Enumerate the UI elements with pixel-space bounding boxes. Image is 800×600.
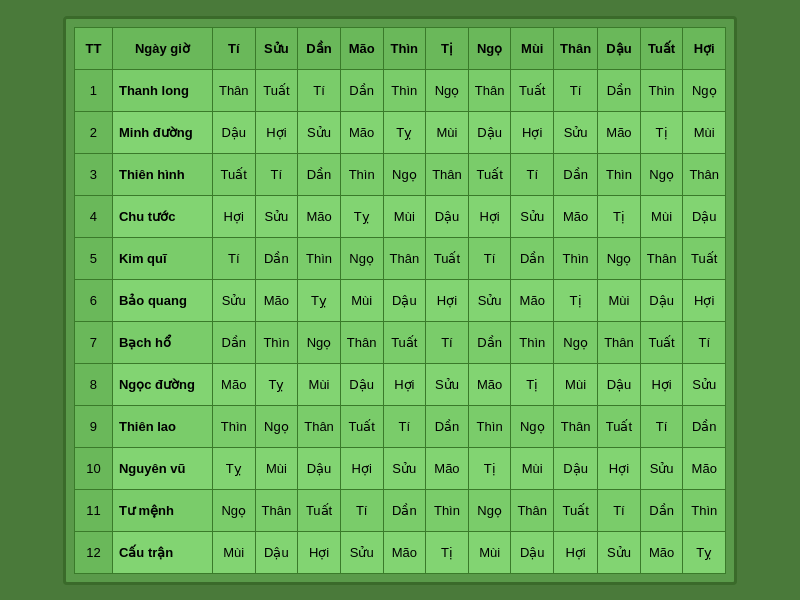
table-cell: Ngọ [554, 321, 598, 363]
table-cell: Thìn [554, 237, 598, 279]
table-cell: Mùi [212, 531, 255, 573]
table-cell: Tí [298, 69, 341, 111]
table-cell: Mùi [383, 195, 426, 237]
column-header: Dậu [598, 27, 641, 69]
table-cell: Mão [511, 279, 554, 321]
table-cell: Tí [640, 405, 683, 447]
table-cell: Mão [340, 111, 383, 153]
header-row: TTNgày giờTíSửuDầnMãoThìnTịNgọMùiThânDậu… [74, 27, 725, 69]
table-row: 10Nguyên vũTỵMùiDậuHợiSửuMãoTịMùiDậuHợiS… [74, 447, 725, 489]
table-cell: Mão [598, 111, 641, 153]
table-cell: Thìn [298, 237, 341, 279]
row-name: Thiên hình [112, 153, 212, 195]
table-cell: Hợi [298, 531, 341, 573]
row-index: 1 [74, 69, 112, 111]
table-row: 11Tư mệnhNgọThânTuấtTíDầnThìnNgọThânTuất… [74, 489, 725, 531]
table-cell: Thìn [511, 321, 554, 363]
table-cell: Tí [683, 321, 726, 363]
table-cell: Hợi [340, 447, 383, 489]
table-cell: Tị [511, 363, 554, 405]
table-cell: Tí [554, 69, 598, 111]
table-cell: Tuất [554, 489, 598, 531]
table-cell: Mão [383, 531, 426, 573]
table-cell: Tí [255, 153, 298, 195]
table-cell: Dần [340, 69, 383, 111]
table-cell: Mùi [298, 363, 341, 405]
table-cell: Tị [554, 279, 598, 321]
table-cell: Dậu [598, 363, 641, 405]
table-cell: Tuất [383, 321, 426, 363]
table-cell: Mùi [554, 363, 598, 405]
row-index: 4 [74, 195, 112, 237]
table-cell: Tí [340, 489, 383, 531]
table-cell: Sửu [554, 111, 598, 153]
table-cell: Ngọ [212, 489, 255, 531]
table-cell: Mùi [468, 531, 511, 573]
table-cell: Sửu [640, 447, 683, 489]
row-name: Bảo quang [112, 279, 212, 321]
table-cell: Thân [255, 489, 298, 531]
table-cell: Dậu [426, 195, 469, 237]
table-cell: Tỵ [683, 531, 726, 573]
table-cell: Thìn [212, 405, 255, 447]
table-cell: Sửu [683, 363, 726, 405]
row-name: Tư mệnh [112, 489, 212, 531]
column-header: Tuất [640, 27, 683, 69]
table-cell: Thìn [683, 489, 726, 531]
main-table: TTNgày giờTíSửuDầnMãoThìnTịNgọMùiThânDậu… [74, 27, 726, 574]
column-header: Ngọ [468, 27, 511, 69]
table-row: 1Thanh longThânTuấtTíDầnThìnNgọThânTuấtT… [74, 69, 725, 111]
table-cell: Mùi [598, 279, 641, 321]
table-row: 9Thiên laoThìnNgọThânTuấtTíDầnThìnNgọThâ… [74, 405, 725, 447]
table-row: 8Ngọc đườngMãoTỵMùiDậuHợiSửuMãoTịMùiDậuH… [74, 363, 725, 405]
table-cell: Mão [640, 531, 683, 573]
row-index: 12 [74, 531, 112, 573]
table-cell: Tị [640, 111, 683, 153]
table-cell: Thân [554, 405, 598, 447]
table-cell: Sửu [598, 531, 641, 573]
table-cell: Dần [511, 237, 554, 279]
row-name: Minh đường [112, 111, 212, 153]
column-header: Hợi [683, 27, 726, 69]
table-cell: Mùi [683, 111, 726, 153]
table-cell: Thìn [383, 69, 426, 111]
row-index: 8 [74, 363, 112, 405]
table-cell: Tỵ [383, 111, 426, 153]
table-cell: Dần [383, 489, 426, 531]
row-name: Ngọc đường [112, 363, 212, 405]
row-name: Kim quĩ [112, 237, 212, 279]
table-cell: Tuất [683, 237, 726, 279]
table-cell: Mùi [426, 111, 469, 153]
column-header: Dần [298, 27, 341, 69]
table-cell: Dần [683, 405, 726, 447]
table-cell: Tị [426, 531, 469, 573]
table-cell: Ngọ [340, 237, 383, 279]
table-cell: Tuất [468, 153, 511, 195]
table-cell: Tuất [212, 153, 255, 195]
table-cell: Dậu [640, 279, 683, 321]
table-cell: Dậu [683, 195, 726, 237]
table-cell: Tí [426, 321, 469, 363]
table-cell: Thìn [426, 489, 469, 531]
table-cell: Sửu [426, 363, 469, 405]
table-cell: Dần [554, 153, 598, 195]
table-cell: Dần [212, 321, 255, 363]
table-cell: Ngọ [640, 153, 683, 195]
table-cell: Mùi [511, 447, 554, 489]
table-cell: Hợi [468, 195, 511, 237]
table-cell: Tí [212, 237, 255, 279]
table-cell: Tỵ [298, 279, 341, 321]
table-cell: Ngọ [426, 69, 469, 111]
table-cell: Tuất [640, 321, 683, 363]
table-cell: Mão [212, 363, 255, 405]
table-cell: Dần [298, 153, 341, 195]
table-cell: Tị [598, 195, 641, 237]
table-cell: Mão [426, 447, 469, 489]
table-cell: Sửu [468, 279, 511, 321]
table-cell: Tuất [298, 489, 341, 531]
table-cell: Thân [298, 405, 341, 447]
table-cell: Thìn [598, 153, 641, 195]
row-name: Nguyên vũ [112, 447, 212, 489]
table-row: 5Kim quĩTíDầnThìnNgọThânTuấtTíDầnThìnNgọ… [74, 237, 725, 279]
table-cell: Sửu [298, 111, 341, 153]
